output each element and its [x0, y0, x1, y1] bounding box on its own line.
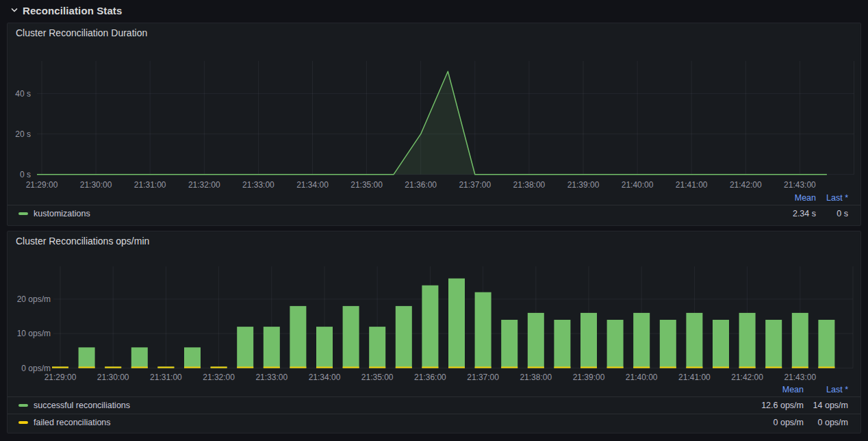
svg-text:21:29:00: 21:29:00 — [44, 373, 77, 382]
mean-value: 0 ops/m — [774, 418, 804, 427]
mean-value: 12.6 ops/m — [761, 401, 804, 410]
svg-text:21:33:00: 21:33:00 — [255, 373, 288, 382]
svg-text:21:35:00: 21:35:00 — [361, 373, 394, 382]
svg-text:21:29:00: 21:29:00 — [26, 180, 58, 190]
svg-text:21:41:00: 21:41:00 — [676, 180, 708, 190]
svg-text:21:42:00: 21:42:00 — [730, 180, 762, 190]
svg-text:21:32:00: 21:32:00 — [188, 180, 220, 190]
series-label[interactable]: successful reconciliations — [34, 401, 130, 410]
legend-row: failed reconciliations0 ops/m0 ops/m — [8, 414, 860, 431]
panel-title[interactable]: Cluster Reconciliations ops/min — [16, 236, 149, 247]
legend-col-mean[interactable]: Mean — [795, 193, 816, 203]
legend-col-mean[interactable]: Mean — [782, 385, 804, 394]
svg-text:21:42:00: 21:42:00 — [731, 373, 763, 382]
svg-text:40 s: 40 s — [15, 89, 31, 99]
panel-title[interactable]: Cluster Reconciliation Duration — [16, 27, 147, 38]
svg-text:21:34:00: 21:34:00 — [296, 180, 329, 190]
svg-text:21:30:00: 21:30:00 — [80, 180, 112, 190]
svg-text:20 ops/m: 20 ops/m — [17, 294, 51, 304]
svg-text:21:40:00: 21:40:00 — [626, 373, 658, 382]
svg-text:21:35:00: 21:35:00 — [350, 180, 383, 190]
svg-text:21:31:00: 21:31:00 — [134, 180, 166, 190]
duration-chart[interactable]: 0 s20 s40 s21:29:0021:30:0021:31:0021:32… — [8, 23, 860, 192]
ops-chart[interactable]: 0 ops/m10 ops/m20 ops/m21:29:0021:30:002… — [8, 231, 860, 383]
panel-cluster-reconciliation-duration: Cluster Reconciliation Duration 0 s20 s4… — [7, 23, 861, 226]
legend-row: kustomizations2.34 s0 s — [8, 205, 860, 222]
series-color-marker[interactable] — [18, 404, 28, 407]
svg-text:21:31:00: 21:31:00 — [150, 373, 182, 382]
legend-row: successful reconciliations12.6 ops/m14 o… — [8, 396, 860, 414]
last-value: 0 s — [837, 209, 848, 218]
last-value: 0 ops/m — [818, 418, 848, 427]
dashboard-page: Reconciliation Stats Cluster Reconciliat… — [0, 0, 868, 441]
svg-text:21:39:00: 21:39:00 — [573, 373, 605, 382]
legend-col-last[interactable]: Last * — [826, 193, 848, 203]
svg-text:21:39:00: 21:39:00 — [567, 180, 600, 190]
svg-text:21:38:00: 21:38:00 — [513, 180, 546, 190]
svg-text:21:38:00: 21:38:00 — [520, 373, 552, 382]
svg-text:10 ops/m: 10 ops/m — [17, 329, 51, 338]
svg-text:21:43:00: 21:43:00 — [784, 180, 816, 190]
series-bars-successful reconciliations — [52, 279, 834, 368]
legend: MeanLast *successful reconciliations12.6… — [8, 383, 860, 431]
panel-cluster-reconciliations-ops-min: Cluster Reconciliations ops/min 0 ops/m1… — [7, 231, 861, 433]
chevron-down-icon[interactable] — [10, 5, 19, 15]
svg-text:21:36:00: 21:36:00 — [405, 180, 437, 190]
svg-text:21:40:00: 21:40:00 — [622, 180, 654, 190]
series-label[interactable]: kustomizations — [34, 209, 90, 218]
row-reconciliation-stats[interactable]: Reconciliation Stats — [10, 2, 122, 18]
svg-text:21:37:00: 21:37:00 — [467, 373, 499, 382]
svg-text:21:37:00: 21:37:00 — [459, 180, 491, 190]
svg-text:21:34:00: 21:34:00 — [309, 373, 341, 382]
series-label[interactable]: failed reconciliations — [34, 418, 111, 427]
mean-value: 2.34 s — [793, 209, 816, 218]
series-area-kustomizations — [37, 71, 827, 175]
svg-text:21:41:00: 21:41:00 — [678, 373, 711, 382]
svg-text:0 ops/m: 0 ops/m — [21, 364, 51, 373]
legend: MeanLast *kustomizations2.34 s0 s — [8, 192, 860, 222]
svg-text:21:32:00: 21:32:00 — [203, 373, 235, 382]
svg-text:20 s: 20 s — [15, 129, 31, 139]
series-color-marker[interactable] — [18, 421, 28, 424]
section-title[interactable]: Reconciliation Stats — [23, 5, 122, 16]
svg-text:21:33:00: 21:33:00 — [242, 180, 275, 190]
svg-text:21:30:00: 21:30:00 — [97, 373, 129, 382]
last-value: 14 ops/m — [813, 401, 848, 410]
series-color-marker[interactable] — [18, 212, 28, 215]
svg-text:21:36:00: 21:36:00 — [414, 373, 446, 382]
legend-col-last[interactable]: Last * — [826, 385, 848, 394]
svg-text:21:43:00: 21:43:00 — [784, 373, 816, 382]
svg-text:0 s: 0 s — [20, 170, 31, 179]
